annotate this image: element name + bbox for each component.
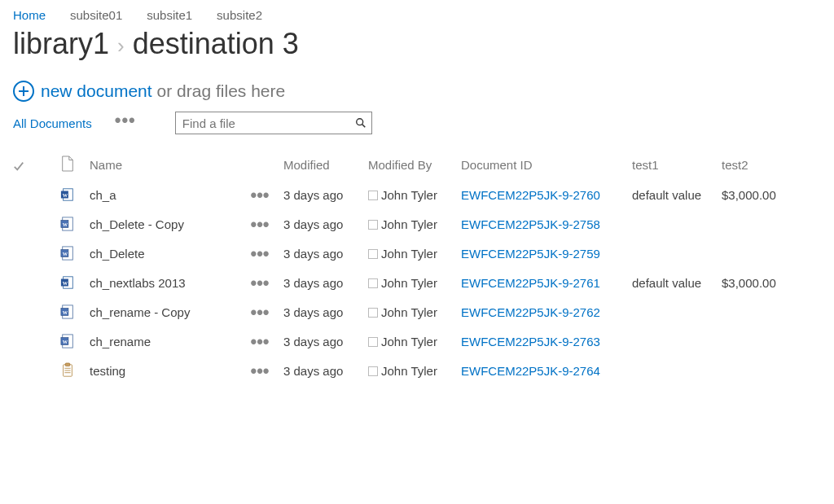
row-menu-icon[interactable]: ••• [250,302,269,322]
top-nav-link[interactable]: subsite2 [217,8,262,22]
search-icon[interactable] [350,117,371,129]
column-test1[interactable]: test1 [632,152,722,180]
file-name[interactable]: ch_Delete [90,247,145,261]
column-type-icon[interactable] [54,152,90,180]
document-id-link[interactable]: EWFCEM22P5JK-9-2759 [461,247,600,261]
breadcrumb-part1[interactable]: library1 [13,27,109,61]
table-row[interactable]: Wch_nextlabs 2013•••3 days agoJohn Tyler… [13,268,784,297]
views-more-icon[interactable]: ••• [115,116,136,125]
document-id-link[interactable]: EWFCEM22P5JK-9-2761 [461,276,600,290]
row-menu-icon[interactable]: ••• [250,214,269,234]
table-row[interactable]: Wch_Delete•••3 days agoJohn TylerEWFCEM2… [13,239,784,268]
note-file-icon [54,362,81,379]
docx-file-icon: W [54,274,81,291]
presence-icon [368,308,378,318]
modified-value: 3 days ago [283,335,343,348]
modified-by-link[interactable]: John Tyler [381,335,437,348]
modified-value: 3 days ago [283,276,343,290]
presence-icon [368,366,378,376]
search-box [175,112,372,134]
modified-by-link[interactable]: John Tyler [381,188,437,202]
table-row[interactable]: testing•••3 days agoJohn TylerEWFCEM22P5… [13,356,784,385]
top-nav-link[interactable]: subsite1 [147,8,192,22]
modified-by-link[interactable]: John Tyler [381,364,437,378]
presence-icon [368,220,378,230]
svg-text:W: W [63,221,68,227]
svg-line-1 [362,125,366,128]
top-nav-link[interactable]: Home [13,8,46,22]
svg-text:W: W [63,251,68,256]
view-row: All Documents ••• [13,112,834,134]
doc-file-icon: W [54,245,81,261]
presence-icon [368,337,378,347]
modified-by-link[interactable]: John Tyler [381,276,437,290]
modified-by-link[interactable]: John Tyler [381,305,437,319]
search-input[interactable] [176,115,350,132]
svg-text:W: W [63,192,68,198]
document-id-link[interactable]: EWFCEM22P5JK-9-2760 [461,188,600,202]
table-row[interactable]: Wch_rename - Copy•••3 days agoJohn Tyler… [13,297,784,327]
document-id-link[interactable]: EWFCEM22P5JK-9-2762 [461,305,600,319]
svg-rect-21 [65,363,69,366]
row-menu-icon[interactable]: ••• [250,331,269,352]
file-name[interactable]: ch_a [90,188,116,202]
new-document-link[interactable]: new document [41,81,152,101]
svg-text:W: W [63,280,68,286]
column-test2[interactable]: test2 [722,152,784,180]
presence-icon [368,191,378,200]
file-name[interactable]: ch_Delete - Copy [90,217,184,231]
new-document-row: new document or drag files here [13,81,834,102]
svg-text:W: W [63,339,68,344]
column-modified[interactable]: Modified [283,152,368,180]
test1-value: default value [632,276,701,290]
row-menu-icon[interactable]: ••• [250,185,269,205]
chevron-right-icon: › [117,33,125,59]
breadcrumb: library1 › destination 3 [13,27,834,61]
presence-icon [368,249,378,259]
table-row[interactable]: Wch_a•••3 days agoJohn TylerEWFCEM22P5JK… [13,180,784,209]
modified-by-link[interactable]: John Tyler [381,217,437,231]
column-name[interactable]: Name [90,152,244,180]
breadcrumb-part2: destination 3 [133,27,299,61]
file-name[interactable]: ch_rename - Copy [90,305,190,319]
modified-value: 3 days ago [283,247,343,261]
test2-value: $3,000.00 [722,276,776,290]
top-nav-link[interactable]: subsite01 [70,8,122,22]
document-list: Name Modified Modified By Document ID te… [13,152,784,385]
modified-value: 3 days ago [283,305,343,319]
plus-icon[interactable] [13,81,34,102]
modified-by-link[interactable]: John Tyler [381,247,437,261]
all-documents-view[interactable]: All Documents [13,116,92,130]
page-root: Homesubsite01subsite1subsite2 library1 ›… [0,0,834,385]
row-menu-icon[interactable]: ••• [250,273,269,293]
document-id-link[interactable]: EWFCEM22P5JK-9-2763 [461,335,600,348]
test2-value: $3,000.00 [722,188,776,202]
document-id-link[interactable]: EWFCEM22P5JK-9-2758 [461,217,600,231]
docx-file-icon: W [54,186,81,203]
document-id-link[interactable]: EWFCEM22P5JK-9-2764 [461,364,600,378]
doc-file-icon: W [54,304,81,320]
svg-point-0 [357,119,363,125]
modified-value: 3 days ago [283,217,343,231]
select-all-toggle[interactable] [13,152,54,180]
svg-text:W: W [63,309,68,315]
file-name[interactable]: testing [90,364,125,378]
column-document-id[interactable]: Document ID [461,152,632,180]
top-nav: Homesubsite01subsite1subsite2 [13,8,834,22]
row-menu-icon[interactable]: ••• [250,243,269,264]
doc-file-icon: W [54,216,81,232]
test1-value: default value [632,188,701,202]
column-modified-by[interactable]: Modified By [368,152,461,180]
table-row[interactable]: Wch_rename•••3 days agoJohn TylerEWFCEM2… [13,327,784,356]
modified-value: 3 days ago [283,188,343,202]
row-menu-icon[interactable]: ••• [250,361,269,381]
table-row[interactable]: Wch_Delete - Copy•••3 days agoJohn Tyler… [13,209,784,239]
presence-icon [368,278,378,288]
doc-file-icon: W [54,333,81,349]
drag-hint: or drag files here [157,81,286,101]
file-name[interactable]: ch_nextlabs 2013 [90,276,186,290]
file-name[interactable]: ch_rename [90,335,151,348]
modified-value: 3 days ago [283,364,343,378]
